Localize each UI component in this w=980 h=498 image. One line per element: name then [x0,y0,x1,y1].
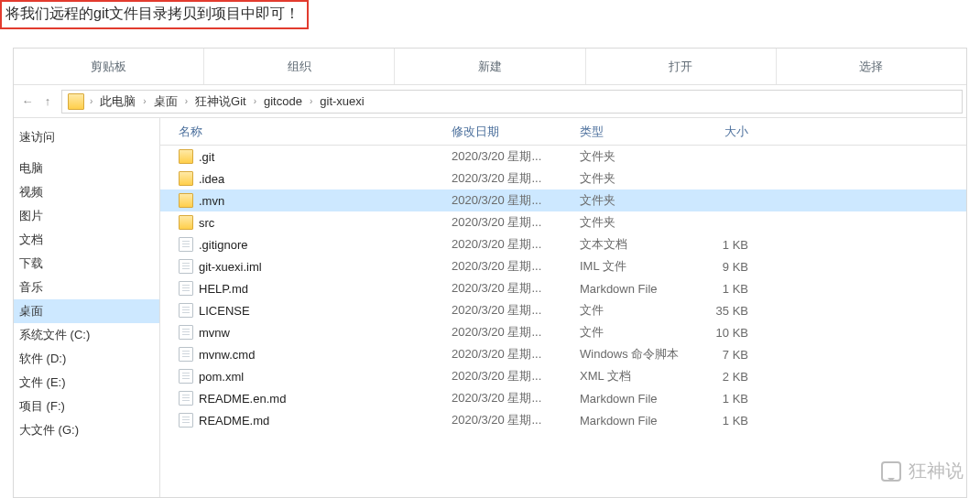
file-name: pom.xml [199,370,244,384]
file-list-pane: 名称 修改日期 类型 大小 .git2020/3/20 星期...文件夹.ide… [160,118,966,497]
column-header-date[interactable]: 修改日期 [444,124,572,140]
ribbon-group-open[interactable]: 打开 [586,49,777,84]
file-type: 文件夹 [572,170,701,187]
file-row[interactable]: README.en.md2020/3/20 星期...Markdown File… [160,387,966,409]
file-row[interactable]: HELP.md2020/3/20 星期...Markdown File1 KB [160,277,966,299]
sidebar-item[interactable]: 视频 [14,180,159,204]
breadcrumb[interactable]: gitcode [258,94,308,108]
file-icon [179,259,193,274]
file-row[interactable]: pom.xml2020/3/20 星期...XML 文档2 KB [160,365,966,387]
column-headers: 名称 修改日期 类型 大小 [160,118,966,146]
file-icon [179,281,193,296]
breadcrumb[interactable]: git-xuexi [314,94,369,108]
file-date: 2020/3/20 星期... [444,258,572,275]
folder-icon [179,149,193,164]
nav-up-icon[interactable]: ↑ [38,92,58,112]
ribbon-bar: 剪贴板 组织 新建 打开 选择 [14,49,966,85]
file-row[interactable]: LICENSE2020/3/20 星期...文件35 KB [160,299,966,321]
column-header-size[interactable]: 大小 [701,124,765,140]
file-row[interactable]: mvnw.cmd2020/3/20 星期...Windows 命令脚本7 KB [160,343,966,365]
ribbon-group-clipboard[interactable]: 剪贴板 [14,49,204,84]
file-row[interactable]: src2020/3/20 星期...文件夹 [160,211,966,233]
sidebar-item[interactable]: 文档 [14,228,159,252]
file-row[interactable]: .git2020/3/20 星期...文件夹 [160,146,966,168]
file-type: 文件夹 [572,148,701,165]
file-type: 文件夹 [572,192,701,209]
breadcrumb[interactable]: 狂神说Git [190,93,252,110]
file-size: 1 KB [701,414,765,428]
file-name: LICENSE [199,304,250,318]
file-size: 10 KB [701,326,765,340]
file-type: 文件 [572,302,701,319]
sidebar-item[interactable] [14,149,159,157]
file-name: .gitignore [199,238,247,252]
sidebar-item[interactable]: 电脑 [14,157,159,180]
file-name: README.en.md [199,392,286,406]
sidebar-item[interactable]: 文件 (E:) [14,371,159,395]
column-header-name[interactable]: 名称 [160,124,444,140]
sidebar-item[interactable]: 图片 [14,204,159,228]
file-icon [179,303,193,318]
file-icon [179,391,193,406]
file-row[interactable]: .idea2020/3/20 星期...文件夹 [160,168,966,189]
file-size: 2 KB [701,370,765,384]
file-row[interactable]: .gitignore2020/3/20 星期...文本文档1 KB [160,233,966,255]
sidebar-item[interactable]: 软件 (D:) [14,347,159,371]
ribbon-group-new[interactable]: 新建 [395,49,585,84]
file-explorer-window: 剪贴板 组织 新建 打开 选择 ← ↑ › 此电脑 › 桌面 › 狂神说Git … [13,48,967,498]
file-size: 9 KB [701,260,765,274]
ribbon-group-organize[interactable]: 组织 [204,49,395,84]
file-icon [179,325,193,340]
file-name: .git [199,150,214,164]
sidebar-item[interactable]: 项目 (F:) [14,395,159,418]
file-row[interactable]: mvnw2020/3/20 星期...文件10 KB [160,321,966,343]
file-date: 2020/3/20 星期... [444,302,572,319]
file-name: .mvn [199,194,224,208]
address-bar[interactable]: › 此电脑 › 桌面 › 狂神说Git › gitcode › git-xuex… [61,90,963,114]
file-row[interactable]: git-xuexi.iml2020/3/20 星期...IML 文件9 KB [160,255,966,277]
explorer-body: 速访问电脑视频图片文档下载音乐桌面系统文件 (C:)软件 (D:)文件 (E:)… [14,118,966,497]
sidebar-item[interactable]: 桌面 [14,299,159,323]
chevron-right-icon: › [141,96,147,106]
breadcrumb[interactable]: 此电脑 [94,93,141,110]
file-name: git-xuexi.iml [199,260,262,274]
file-name: src [199,216,214,230]
file-date: 2020/3/20 星期... [444,214,572,231]
file-date: 2020/3/20 星期... [444,324,572,341]
file-name: README.md [199,414,269,428]
file-type: IML 文件 [572,258,701,275]
annotation-callout: 将我们远程的git文件目录拷贝到项目中即可！ [0,0,309,29]
file-date: 2020/3/20 星期... [444,346,572,363]
sidebar-item[interactable]: 音乐 [14,276,159,299]
sidebar-item[interactable]: 下载 [14,252,159,276]
sidebar-item[interactable]: 系统文件 (C:) [14,323,159,347]
file-row[interactable]: README.md2020/3/20 星期...Markdown File1 K… [160,409,966,431]
breadcrumb[interactable]: 桌面 [148,93,183,110]
file-icon [179,347,193,362]
sidebar-item[interactable]: 大文件 (G:) [14,418,159,442]
file-type: XML 文档 [572,368,701,384]
file-name: mvnw.cmd [199,348,255,362]
address-bar-row: ← ↑ › 此电脑 › 桌面 › 狂神说Git › gitcode › git-… [14,85,966,118]
ribbon-group-select[interactable]: 选择 [777,49,966,84]
column-header-type[interactable]: 类型 [572,124,701,140]
file-icon [179,369,193,384]
chevron-right-icon: › [183,96,190,106]
file-size: 1 KB [701,392,765,406]
file-date: 2020/3/20 星期... [444,170,572,187]
file-rows: .git2020/3/20 星期...文件夹.idea2020/3/20 星期.… [160,146,966,431]
file-type: Markdown File [572,282,701,296]
file-date: 2020/3/20 星期... [444,412,572,428]
file-type: Markdown File [572,392,701,406]
sidebar-item[interactable]: 速访问 [14,125,159,149]
nav-back-icon[interactable]: ← [17,92,38,112]
file-row[interactable]: .mvn2020/3/20 星期...文件夹 [160,189,966,211]
file-size: 7 KB [701,348,765,362]
chevron-right-icon: › [88,96,94,106]
folder-icon [179,215,193,230]
file-size: 1 KB [701,238,765,252]
chevron-right-icon: › [252,96,258,106]
file-name: .idea [199,172,224,186]
file-type: 文件 [572,324,701,341]
file-icon [179,413,193,428]
